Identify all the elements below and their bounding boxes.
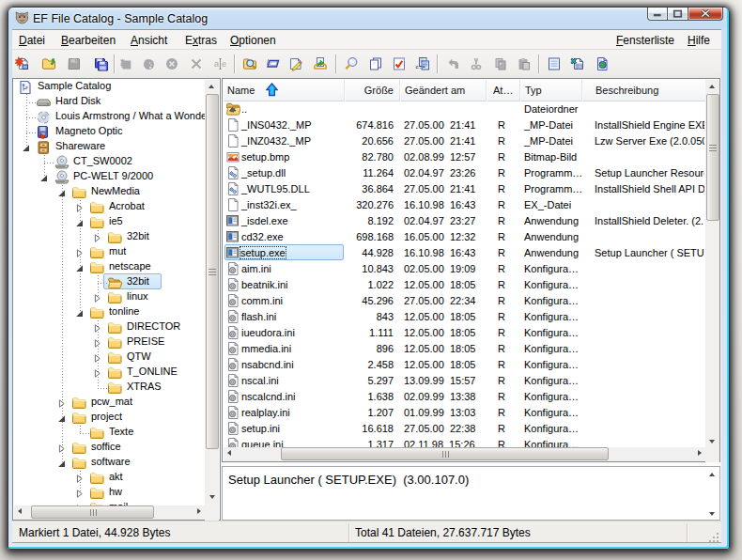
svg-text:a: a bbox=[214, 59, 219, 69]
svg-text:c:>: c:> bbox=[416, 64, 425, 70]
svg-text:e: e bbox=[222, 59, 226, 69]
